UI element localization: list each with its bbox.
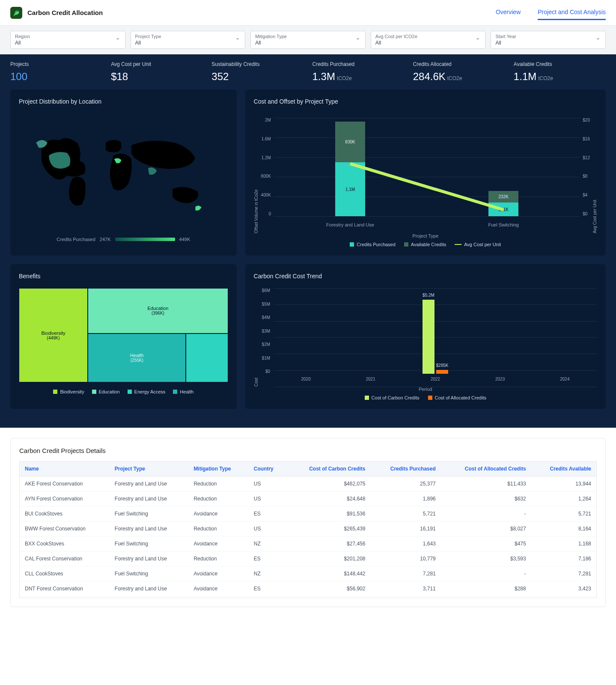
kpi-label: Sustainability Credits [211, 61, 304, 67]
combo-plot: 830K 1.1M Forestry and Land Use 232K 281… [274, 113, 580, 233]
col-country[interactable]: Country [249, 462, 286, 477]
table-row[interactable]: BXX CookStovesFuel SwitchingAvoidanceNZ$… [20, 536, 596, 551]
header: Carbon Credit Allocation Overview Projec… [0, 0, 616, 26]
combo-bars: 830K 1.1M Forestry and Land Use 232K 281… [274, 118, 580, 216]
table-cell: 1,300 [531, 596, 596, 599]
filter-project-type[interactable]: Project Type All [131, 31, 246, 49]
projects-table: Name Project Type Mitigation Type Countr… [20, 462, 596, 598]
table-cell: 1,643 [370, 536, 440, 551]
table-scroll[interactable]: Name Project Type Mitigation Type Countr… [19, 461, 597, 598]
chevron-down-icon [235, 36, 241, 44]
col-cost-allocated[interactable]: Cost of Allocated Credits [441, 462, 531, 477]
treemap-energy-access[interactable] [186, 334, 228, 382]
table-card: Carbon Credit Projects Details Name Proj… [10, 438, 606, 607]
table-cell: ES [249, 506, 286, 521]
filter-value: All [255, 40, 361, 46]
col-available[interactable]: Credits Available [531, 462, 596, 477]
table-cell: $265,439 [286, 521, 370, 536]
table-cell: NZ [249, 566, 286, 581]
col-mitigation[interactable]: Mitigation Type [188, 462, 248, 477]
legend-min: 247K [100, 237, 111, 242]
treemap-biodiversity[interactable]: Biodiversity (449K) [19, 288, 88, 382]
trend-chart: Cost $6M$5M$4M$3M$2M$1M$0 $5.2M $285K [254, 288, 597, 387]
legend-item[interactable]: Energy Access [128, 389, 166, 394]
map-region-nz[interactable] [195, 206, 201, 211]
legend-item[interactable]: Credits Purchased [350, 242, 396, 247]
table-cell: AYN Forest Conservation [20, 491, 110, 506]
table-header: Name Project Type Mitigation Type Countr… [20, 462, 596, 477]
legend-item[interactable]: Available Credits [404, 242, 446, 247]
panel-benefits: Benefits Biodiversity (449K) Education (… [10, 264, 237, 409]
table-title: Carbon Credit Projects Details [19, 447, 597, 454]
table-cell: $24,648 [286, 491, 370, 506]
panel-cost-trend: Carbon Credit Cost Trend Cost $6M$5M$4M$… [245, 264, 606, 409]
filters-bar: Region All Project Type All Mitigation T… [0, 26, 616, 54]
legend-item[interactable]: Cost of Carbon Credits [365, 395, 420, 400]
table-cell: Fuel Switching [110, 596, 189, 599]
col-cost-carbon[interactable]: Cost of Carbon Credits [286, 462, 370, 477]
table-row[interactable]: DXG CookStovesFuel SwitchingAvoidanceNZ$… [20, 596, 596, 599]
filter-label: Project Type [135, 34, 241, 39]
table-row[interactable]: BWW Forest ConservationForestry and Land… [20, 521, 596, 536]
bar-category-label: Fuel Switching [488, 222, 519, 227]
legend-item[interactable]: Cost of Allocated Credits [428, 395, 486, 400]
table-row[interactable]: AYN Forest ConservationForestry and Land… [20, 491, 596, 506]
table-cell: 5,721 [531, 506, 596, 521]
bar-forestry[interactable]: 830K 1.1M Forestry and Land Use [333, 118, 367, 216]
filter-value: All [135, 40, 241, 46]
table-row[interactable]: DNT Forest ConservationForestry and Land… [20, 581, 596, 596]
table-cell: BWW Forest Conservation [20, 521, 110, 536]
combo-legend: Credits Purchased Available Credits Avg … [254, 242, 597, 247]
table-row[interactable]: CAL Forest ConservationForestry and Land… [20, 551, 596, 566]
filter-mitigation-type[interactable]: Mitigation Type All [250, 31, 366, 49]
tab-project-cost[interactable]: Project and Cost Analysis [538, 5, 606, 20]
table-cell: NZ [249, 536, 286, 551]
table-cell: $148,442 [286, 566, 370, 581]
filter-value: All [375, 40, 481, 46]
filter-avg-cost[interactable]: Avg Cost per tCO2e All [371, 31, 486, 49]
table-row[interactable]: AKE Forest ConservationForestry and Land… [20, 477, 596, 491]
treemap-education[interactable]: Education (396K) [88, 288, 228, 334]
kpi-label: Credits Allocated [413, 61, 505, 67]
legend-item[interactable]: Health [173, 389, 193, 394]
table-row[interactable]: CLL CookStovesFuel SwitchingAvoidanceNZ$… [20, 566, 596, 581]
trend-bar-allocated-2022[interactable]: $285K [436, 370, 448, 374]
table-cell: ES [249, 581, 286, 596]
table-cell: Forestry and Land Use [110, 581, 189, 596]
bar-purchased: 281K [488, 203, 518, 216]
panel-title: Benefits [19, 273, 228, 280]
col-project-type[interactable]: Project Type [110, 462, 189, 477]
treemap-health[interactable]: Health (255K) [88, 334, 186, 382]
trend-bar-carbon-2022[interactable]: $5.2M [423, 300, 434, 374]
filter-label: Start Year [495, 34, 601, 39]
col-name[interactable]: Name [20, 462, 110, 477]
legend-max: 449K [179, 237, 190, 242]
legend-item[interactable]: Avg Cost per Unit [455, 242, 501, 247]
map-region-in[interactable] [148, 167, 157, 175]
col-purchased[interactable]: Credits Purchased [370, 462, 440, 477]
kpi-value[interactable]: 100 [10, 71, 102, 83]
kpi-value: 1.3MtCO2e [312, 71, 405, 83]
filter-start-year[interactable]: Start Year All [491, 31, 606, 49]
legend-item[interactable]: Education [92, 389, 120, 394]
trend-y-label: Cost [254, 288, 259, 387]
table-cell: $650 [441, 596, 531, 599]
table-cell: 1,168 [531, 536, 596, 551]
panel-map: Project Distribution by Location [10, 89, 237, 256]
filter-region[interactable]: Region All [10, 31, 125, 49]
bar-fuel-switching[interactable]: 232K 281K Fuel Switching [486, 118, 521, 216]
table-cell: 1,950 [370, 596, 440, 599]
tab-overview[interactable]: Overview [496, 5, 521, 20]
table-cell: CAL Forest Conservation [20, 551, 110, 566]
tabs: Overview Project and Cost Analysis [496, 5, 606, 20]
table-row[interactable]: BUI CookStovesFuel SwitchingAvoidanceES$… [20, 506, 596, 521]
world-map-svg [19, 122, 228, 225]
legend-gradient [115, 238, 175, 241]
kpi-label: Available Credits [514, 61, 606, 67]
bar-category-label: Forestry and Land Use [326, 222, 374, 227]
world-map[interactable] [19, 113, 228, 233]
treemap: Biodiversity (449K) Education (396K) Hea… [19, 288, 228, 382]
legend-item[interactable]: Biodiversity [53, 389, 84, 394]
y-axis-right-label: Avg Cost per Unit [592, 113, 597, 233]
table-cell: 7,281 [531, 566, 596, 581]
